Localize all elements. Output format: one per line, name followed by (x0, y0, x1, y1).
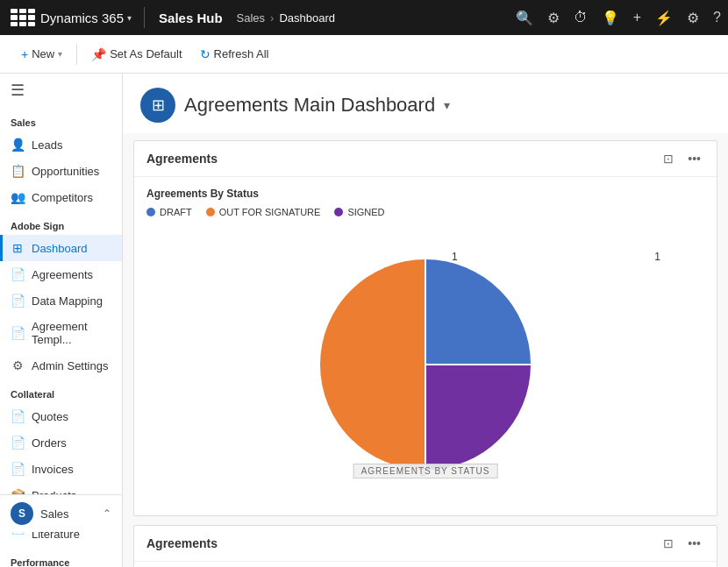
sidebar-item-orders[interactable]: 📄 Orders (0, 429, 122, 456)
sidebar-item-agreement-template[interactable]: 📄 Agreement Templ... (0, 314, 122, 352)
sidebar-section-collateral: Collateral (0, 379, 122, 403)
card1-body: Agreements By Status DRAFT OUT FOR SIGNA… (134, 177, 717, 515)
agreements-status-card: Agreements ⊡ ••• Agreements By Status DR… (133, 140, 717, 516)
clock-icon[interactable]: ⏱ (574, 10, 588, 25)
breadcrumb-sep: › (270, 11, 274, 25)
sidebar-item-competitors[interactable]: 👥 Competitors (0, 184, 122, 210)
sidebar-section-adobe: Adobe Sign (0, 210, 122, 235)
sidebar-section-sales: Sales (0, 107, 122, 131)
label-signed: 1 (654, 251, 660, 263)
lightbulb-icon[interactable]: 💡 (602, 10, 619, 26)
card2-more-button[interactable]: ••• (684, 535, 704, 552)
pie-chart-container: 1 1 2 AGREEMENTS BY STATUS (146, 224, 704, 505)
orders-icon: 📄 (11, 436, 25, 450)
page-title: Agreements Main Dashboard (184, 94, 435, 117)
legend-draft: DRAFT (146, 207, 192, 217)
nav-icons: 🔍 ⚙ ⏱ 💡 + ⚡ ⚙ ? (516, 10, 721, 26)
card1-expand-button[interactable]: ⊡ (660, 150, 677, 167)
new-button[interactable]: + New ▾ (14, 42, 69, 67)
hub-name: Sales Hub (152, 11, 230, 25)
sidebar-item-dashboard[interactable]: ⊞ Dashboard (0, 235, 122, 261)
sidebar-item-data-mapping[interactable]: 📄 Data Mapping (0, 287, 122, 314)
signed-segment (425, 365, 531, 470)
sidebar-item-quotes[interactable]: 📄 Quotes (0, 403, 122, 429)
chart1-subtitle: Agreements By Status (146, 188, 704, 200)
sidebar-toggle[interactable]: ☰ (0, 74, 122, 107)
opportunities-icon: 📋 (11, 164, 25, 178)
chart1-legend: DRAFT OUT FOR SIGNATURE SIGNED (146, 207, 704, 217)
action-toolbar: + New ▾ 📌 Set As Default ↻ Refresh All (0, 35, 728, 74)
card1-header: Agreements ⊡ ••• (134, 141, 717, 177)
page-title-chevron-icon[interactable]: ▾ (444, 98, 450, 112)
pie-chart-svg (294, 233, 557, 496)
top-navigation: Dynamics 365 ▾ Sales Hub Sales › Dashboa… (0, 0, 728, 35)
footer-chevron-icon: ⌃ (103, 507, 111, 520)
card2-header: Agreements ⊡ ••• (134, 526, 717, 562)
plus-icon: + (21, 47, 28, 61)
agreements-icon: 📄 (11, 267, 25, 281)
sidebar-footer[interactable]: S Sales ⌃ (0, 494, 122, 532)
breadcrumb: Sales › Dashboard (233, 11, 512, 25)
leads-icon: 👤 (11, 138, 25, 152)
invoices-icon: 📄 (11, 462, 25, 476)
template-icon: 📄 (11, 326, 25, 340)
hamburger-icon: ☰ (11, 81, 25, 100)
sidebar: ☰ Sales 👤 Leads 📋 Opportunities 👥 Compet… (0, 74, 123, 567)
legend-signed: SIGNED (334, 207, 384, 217)
competitors-icon: 👥 (11, 190, 25, 204)
card1-more-button[interactable]: ••• (684, 150, 704, 167)
content-area: ⊞ Agreements Main Dashboard ▾ Agreements… (123, 74, 728, 567)
dashboard-area: Agreements ⊡ ••• Agreements By Status DR… (123, 133, 728, 567)
card2-body: Agreement Status By Month SIGNED OUT FOR… (134, 562, 717, 567)
gear-icon[interactable]: ⚙ (687, 10, 699, 26)
user-avatar: S (11, 502, 33, 525)
sidebar-section-performance: Performance (0, 547, 122, 567)
refresh-button[interactable]: ↻ Refresh All (193, 42, 276, 67)
legend-out-for-sig: OUT FOR SIGNATURE (206, 207, 321, 217)
dashboard-icon: ⊞ (11, 241, 25, 255)
card2-title: Agreements (146, 536, 218, 550)
search-icon[interactable]: 🔍 (516, 10, 533, 26)
page-icon: ⊞ (140, 88, 175, 123)
set-default-button[interactable]: 📌 Set As Default (84, 42, 189, 67)
sidebar-item-agreements[interactable]: 📄 Agreements (0, 261, 122, 287)
data-mapping-icon: 📄 (11, 294, 25, 308)
draft-color-dot (146, 208, 155, 216)
sidebar-item-leads[interactable]: 👤 Leads (0, 131, 122, 158)
card2-actions: ⊡ ••• (660, 535, 704, 552)
agreements-month-card: Agreements ⊡ ••• Agreement Status By Mon… (133, 525, 717, 567)
sidebar-item-invoices[interactable]: 📄 Invoices (0, 456, 122, 482)
toolbar-divider (76, 44, 77, 65)
out-for-sig-segment (320, 259, 425, 470)
quotes-icon: 📄 (11, 409, 25, 423)
page-header: ⊞ Agreements Main Dashboard ▾ (123, 74, 728, 133)
dashboard-grid-icon: ⊞ (152, 96, 165, 115)
out-for-sig-color-dot (206, 208, 215, 216)
help-icon[interactable]: ? (713, 10, 721, 25)
settings-icon[interactable]: ⚙ (547, 10, 560, 26)
signed-color-dot (334, 208, 343, 216)
chart-tooltip: AGREEMENTS BY STATUS (353, 464, 498, 478)
waffle-menu-icon[interactable] (7, 5, 32, 30)
admin-icon: ⚙ (11, 358, 25, 372)
main-layout: ☰ Sales 👤 Leads 📋 Opportunities 👥 Compet… (0, 74, 728, 567)
refresh-icon: ↻ (200, 47, 211, 61)
sidebar-item-admin-settings[interactable]: ⚙ Admin Settings (0, 352, 122, 379)
filter-icon[interactable]: ⚡ (655, 10, 673, 26)
hamburger-button[interactable]: ☰ (11, 81, 25, 100)
card1-actions: ⊡ ••• (660, 150, 704, 167)
label-draft: 1 (452, 251, 458, 263)
card1-title: Agreements (146, 152, 218, 166)
plus-icon[interactable]: + (633, 10, 641, 25)
new-chevron-icon: ▾ (58, 49, 62, 59)
footer-label: Sales (40, 507, 69, 521)
pin-icon: 📌 (91, 47, 106, 61)
nav-divider (144, 7, 145, 28)
card2-expand-button[interactable]: ⊡ (660, 535, 677, 552)
draft-segment (425, 259, 531, 365)
sidebar-item-opportunities[interactable]: 📋 Opportunities (0, 158, 122, 184)
app-chevron-icon: ▾ (127, 13, 132, 23)
app-name[interactable]: Dynamics 365 ▾ (35, 11, 137, 25)
